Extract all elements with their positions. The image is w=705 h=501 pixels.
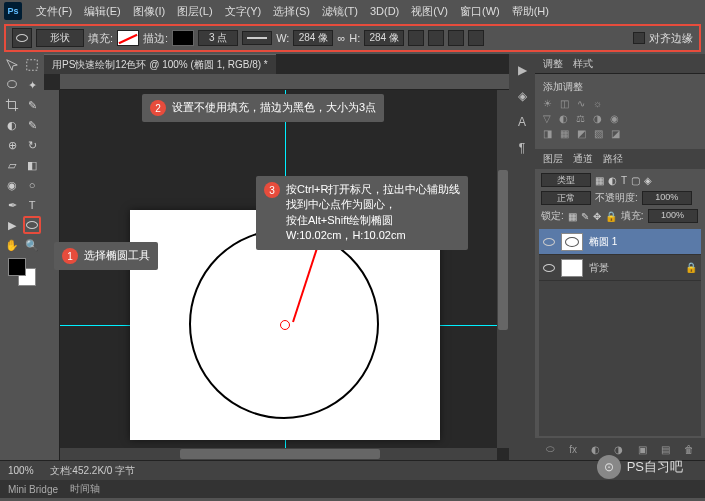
stroke-style-dropdown[interactable] <box>242 31 272 45</box>
menu-window[interactable]: 窗口(W) <box>454 4 506 19</box>
brush-tool-icon[interactable]: ✎ <box>23 116 41 134</box>
layer-row[interactable]: 椭圆 1 <box>539 229 701 255</box>
heal-tool-icon[interactable]: ◐ <box>3 116 21 134</box>
link-layers-icon[interactable]: ⬭ <box>546 443 555 455</box>
properties-panel-icon[interactable]: ◈ <box>514 88 530 104</box>
lock-all-icon[interactable]: 🔒 <box>605 211 617 222</box>
paragraph-panel-icon[interactable]: ¶ <box>514 140 530 156</box>
filter-adjust-icon[interactable]: ◐ <box>608 175 617 186</box>
pen-tool-icon[interactable]: ✒ <box>3 196 21 214</box>
history-brush-tool-icon[interactable]: ↻ <box>23 136 41 154</box>
history-panel-icon[interactable]: ▶ <box>514 62 530 78</box>
tab-channels[interactable]: 通道 <box>573 152 593 166</box>
lock-pixel-icon[interactable]: ✎ <box>581 211 589 222</box>
adj-balance-icon[interactable]: ⚖ <box>576 113 585 124</box>
layer-filter-dropdown[interactable]: 类型 <box>541 173 591 187</box>
blur-tool-icon[interactable]: ◉ <box>3 176 21 194</box>
adj-gradient-map-icon[interactable]: ▧ <box>594 128 603 139</box>
new-adj-icon[interactable]: ◑ <box>614 444 623 455</box>
fill-opacity-input[interactable]: 100% <box>648 209 698 223</box>
opacity-input[interactable]: 100% <box>642 191 692 205</box>
stroke-swatch[interactable] <box>172 30 194 46</box>
blend-mode-dropdown[interactable]: 正常 <box>541 191 591 205</box>
visibility-toggle-icon[interactable] <box>543 262 555 274</box>
adj-brightness-icon[interactable]: ☀ <box>543 98 552 109</box>
align-edges-checkbox[interactable] <box>633 32 645 44</box>
crop-tool-icon[interactable] <box>3 96 21 114</box>
adj-invert-icon[interactable]: ◨ <box>543 128 552 139</box>
adj-exposure-icon[interactable]: ☼ <box>593 98 602 109</box>
menu-3d[interactable]: 3D(D) <box>364 5 405 17</box>
mask-icon[interactable]: ◐ <box>591 444 600 455</box>
wand-tool-icon[interactable]: ✦ <box>23 76 41 94</box>
layer-thumbnail[interactable] <box>561 259 583 277</box>
menu-layer[interactable]: 图层(L) <box>171 4 218 19</box>
adj-curves-icon[interactable]: ∿ <box>577 98 585 109</box>
path-arrange-icon[interactable] <box>448 30 464 46</box>
color-swatches[interactable] <box>8 258 36 286</box>
layer-name[interactable]: 椭圆 1 <box>589 235 617 249</box>
tab-styles[interactable]: 样式 <box>573 57 593 71</box>
lock-pos-icon[interactable]: ✥ <box>593 211 601 222</box>
adj-selective-icon[interactable]: ◪ <box>611 128 620 139</box>
width-input[interactable]: 284 像 <box>293 30 333 46</box>
ruler-horizontal[interactable] <box>60 74 509 90</box>
height-input[interactable]: 284 像 <box>364 30 404 46</box>
menu-select[interactable]: 选择(S) <box>267 4 316 19</box>
adj-levels-icon[interactable]: ◫ <box>560 98 569 109</box>
character-panel-icon[interactable]: A <box>514 114 530 130</box>
fx-icon[interactable]: fx <box>569 444 577 455</box>
adj-hue-icon[interactable]: ◐ <box>559 113 568 124</box>
filter-type-icon[interactable]: T <box>621 175 627 186</box>
zoom-level[interactable]: 100% <box>8 465 34 476</box>
tab-layers[interactable]: 图层 <box>543 152 563 166</box>
menu-edit[interactable]: 编辑(E) <box>78 4 127 19</box>
eyedropper-tool-icon[interactable]: ✎ <box>23 96 41 114</box>
ellipse-tool-icon[interactable] <box>23 216 41 234</box>
lasso-tool-icon[interactable] <box>3 76 21 94</box>
tab-mini-bridge[interactable]: Mini Bridge <box>8 484 58 495</box>
adj-threshold-icon[interactable]: ◩ <box>577 128 586 139</box>
adj-vibrance-icon[interactable]: ▽ <box>543 113 551 124</box>
tab-paths[interactable]: 路径 <box>603 152 623 166</box>
path-ops-icon[interactable] <box>408 30 424 46</box>
link-wh-icon[interactable]: ∞ <box>337 32 345 44</box>
trash-icon[interactable]: 🗑 <box>684 444 694 455</box>
tab-adjustments[interactable]: 调整 <box>543 57 563 71</box>
filter-pixel-icon[interactable]: ▦ <box>595 175 604 186</box>
menu-help[interactable]: 帮助(H) <box>506 4 555 19</box>
shape-mode-dropdown[interactable]: 形状 <box>36 29 84 47</box>
new-layer-icon[interactable]: ▤ <box>661 444 670 455</box>
menu-file[interactable]: 文件(F) <box>30 4 78 19</box>
dodge-tool-icon[interactable]: ○ <box>23 176 41 194</box>
filter-shape-icon[interactable]: ▢ <box>631 175 640 186</box>
tab-timeline[interactable]: 时间轴 <box>70 482 100 496</box>
canvas-viewport[interactable] <box>60 90 509 460</box>
stroke-width-input[interactable]: 3 点 <box>198 30 238 46</box>
adj-bw-icon[interactable]: ◑ <box>593 113 602 124</box>
layer-thumbnail[interactable] <box>561 233 583 251</box>
path-align-icon[interactable] <box>428 30 444 46</box>
stamp-tool-icon[interactable]: ⊕ <box>3 136 21 154</box>
visibility-toggle-icon[interactable] <box>543 236 555 248</box>
layer-row[interactable]: 背景 🔒 <box>539 255 701 281</box>
zoom-tool-icon[interactable]: 🔍 <box>23 236 41 254</box>
scrollbar-horizontal[interactable] <box>60 448 497 460</box>
adj-photo-filter-icon[interactable]: ◉ <box>610 113 619 124</box>
layer-name[interactable]: 背景 <box>589 261 609 275</box>
menu-filter[interactable]: 滤镜(T) <box>316 4 364 19</box>
menu-image[interactable]: 图像(I) <box>127 4 171 19</box>
ruler-vertical[interactable] <box>44 90 60 460</box>
tool-preset-icon[interactable] <box>12 28 32 48</box>
gear-icon[interactable] <box>468 30 484 46</box>
marquee-tool-icon[interactable] <box>23 56 41 74</box>
gradient-tool-icon[interactable]: ◧ <box>23 156 41 174</box>
menu-view[interactable]: 视图(V) <box>405 4 454 19</box>
fill-swatch[interactable] <box>117 30 139 46</box>
foreground-swatch[interactable] <box>8 258 26 276</box>
filter-smart-icon[interactable]: ◈ <box>644 175 652 186</box>
new-group-icon[interactable]: ▣ <box>638 444 647 455</box>
document-tab[interactable]: 用PS快速绘制12色环 @ 100% (椭圆 1, RGB/8) * <box>44 54 276 74</box>
move-tool-icon[interactable] <box>3 56 21 74</box>
doc-size[interactable]: 文档:452.2K/0 字节 <box>50 464 136 478</box>
